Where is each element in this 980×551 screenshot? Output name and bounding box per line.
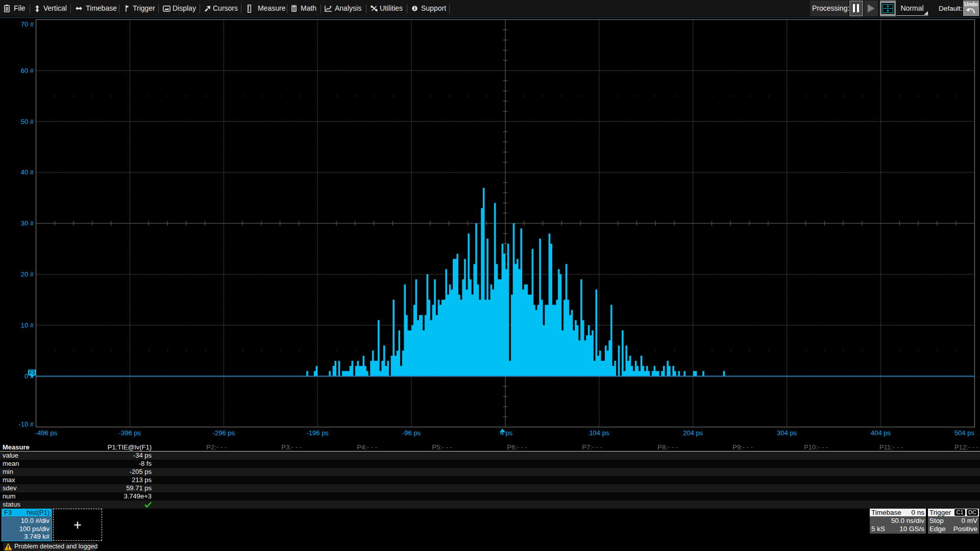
svg-text:30 #: 30 # <box>21 219 34 227</box>
svg-text:-10 #: -10 # <box>18 420 34 428</box>
svg-text:-296 ps: -296 ps <box>213 429 235 437</box>
svg-text:-496 ps: -496 ps <box>35 429 58 437</box>
svg-text:20 #: 20 # <box>21 270 34 278</box>
svg-text:40 #: 40 # <box>21 168 34 176</box>
svg-text:60 #: 60 # <box>21 67 34 74</box>
svg-text:10 #: 10 # <box>21 321 34 329</box>
svg-text:70 #: 70 # <box>21 20 34 28</box>
svg-text:4 ps: 4 ps <box>500 429 513 437</box>
svg-text:304 ps: 304 ps <box>777 429 797 437</box>
svg-text:-396 ps: -396 ps <box>119 429 141 437</box>
svg-text:404 ps: 404 ps <box>871 429 891 437</box>
svg-text:-196 ps: -196 ps <box>307 429 329 437</box>
svg-text:204 ps: 204 ps <box>683 429 703 437</box>
svg-text:504 ps: 504 ps <box>954 429 975 437</box>
svg-text:104 ps: 104 ps <box>589 429 609 437</box>
svg-text:0 #: 0 # <box>24 372 34 380</box>
svg-text:-96 ps: -96 ps <box>402 429 421 437</box>
svg-text:50 #: 50 # <box>21 118 34 126</box>
